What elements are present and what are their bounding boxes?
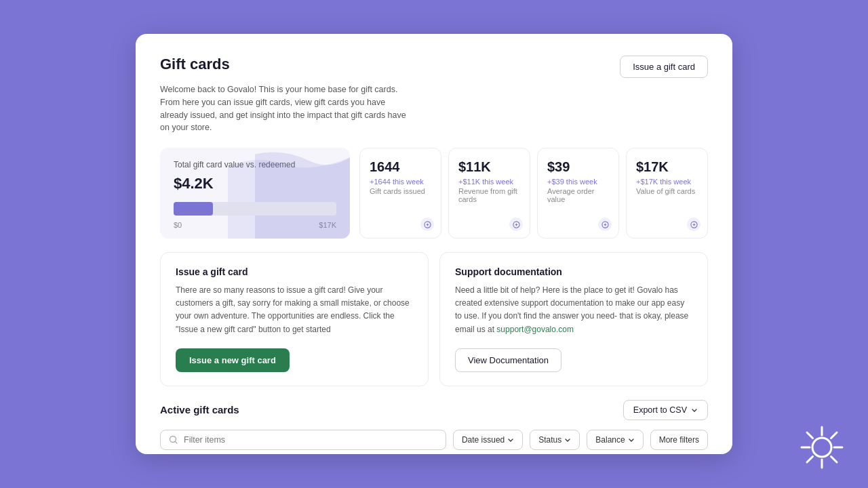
chart-labels: $0 $17K (174, 221, 336, 229)
balance-label: Balance (595, 435, 625, 445)
stat-main-0: 1644 (370, 159, 431, 175)
active-gift-cards-section: Active gift cards Export to CSV Date iss… (160, 400, 708, 454)
main-card: Gift cards Issue a gift card Welcome bac… (136, 34, 732, 454)
issue-card: Issue a gift card There are so many reas… (160, 252, 429, 386)
stat-main-2: $39 (547, 159, 609, 175)
issue-new-gift-card-button[interactable]: Issue a new gift card (176, 348, 290, 372)
stat-card-avg-order: $39 +$39 this week Average order value (537, 148, 619, 239)
stat-change-2: +$39 this week (547, 178, 609, 186)
active-header: Active gift cards Export to CSV (160, 400, 708, 420)
view-documentation-button[interactable]: View Documentation (455, 348, 561, 372)
balance-filter[interactable]: Balance (587, 430, 643, 450)
chart-value: $4.2K (174, 175, 336, 192)
issue-card-title: Issue a gift card (176, 266, 413, 277)
stat-change-3: +$17K this week (636, 178, 698, 186)
stat-card-revenue: $11K +$11K this week Revenue from gift c… (448, 148, 530, 239)
stat-label-3: Value of gift cards (636, 187, 698, 195)
status-label: Status (538, 435, 561, 445)
stat-main-1: $11K (458, 159, 520, 175)
issue-card-description: There are so many reasons to issue a gif… (176, 284, 413, 336)
stat-icon-1 (509, 218, 523, 231)
stat-label-1: Revenue from gift cards (458, 187, 520, 203)
svg-point-5 (812, 438, 831, 457)
chart-min-label: $0 (174, 221, 182, 229)
stat-card-issued: 1644 +1644 this week Gift cards issued (359, 148, 441, 239)
status-filter[interactable]: Status (530, 430, 580, 450)
stat-icon-0 (420, 218, 434, 231)
more-filters-label: More filters (659, 435, 699, 445)
stat-cards: 1644 +1644 this week Gift cards issued $… (359, 148, 708, 239)
stat-icon-3 (687, 218, 701, 231)
stat-main-3: $17K (636, 159, 698, 175)
svg-line-11 (831, 457, 837, 463)
stat-change-0: +1644 this week (370, 178, 431, 186)
more-filters-button[interactable]: More filters (650, 430, 708, 450)
chevron-down-icon (691, 407, 698, 413)
search-filter-row: Date issued Status Balance More filters (160, 430, 708, 450)
search-box[interactable] (160, 430, 446, 450)
search-icon (169, 435, 178, 445)
chart-card: Total gift card value vs. redeemed $4.2K… (160, 148, 350, 239)
chart-title: Total gift card value vs. redeemed (174, 160, 336, 169)
header-row: Gift cards Issue a gift card (160, 56, 708, 78)
date-issued-filter[interactable]: Date issued (453, 430, 523, 450)
export-csv-button[interactable]: Export to CSV (623, 400, 708, 420)
date-issued-label: Date issued (462, 435, 505, 445)
stat-icon-2 (598, 218, 612, 231)
page-title: Gift cards (160, 56, 230, 73)
stat-change-1: +$11K this week (458, 178, 520, 186)
support-card: Support documentation Need a little bit … (439, 252, 708, 386)
support-card-title: Support documentation (455, 266, 692, 277)
issue-gift-card-header-button[interactable]: Issue a gift card (620, 56, 708, 78)
chevron-down-icon (564, 436, 571, 443)
chevron-down-icon (628, 436, 635, 443)
chart-bar-background (174, 202, 336, 216)
export-csv-label: Export to CSV (633, 405, 687, 415)
stat-label-2: Average order value (547, 187, 609, 203)
support-card-description: Need a little bit of help? Here is the p… (455, 284, 692, 336)
page-description: Welcome back to Govalo! This is your hom… (160, 83, 411, 134)
stat-label-0: Gift cards issued (370, 187, 431, 195)
chevron-down-icon (507, 436, 514, 443)
logo-icon (800, 426, 844, 469)
stat-card-value: $17K +$17K this week Value of gift cards (626, 148, 708, 239)
svg-line-13 (807, 457, 813, 463)
stats-section: Total gift card value vs. redeemed $4.2K… (160, 148, 708, 239)
govalo-logo (800, 426, 844, 469)
svg-line-10 (807, 432, 813, 439)
chart-bar-fill (174, 202, 213, 216)
bottom-cards: Issue a gift card There are so many reas… (160, 252, 708, 386)
active-title: Active gift cards (160, 404, 239, 415)
search-input[interactable] (184, 435, 437, 445)
chart-max-label: $17K (319, 221, 336, 229)
svg-line-12 (831, 432, 837, 439)
support-email-link[interactable]: support@govalo.com (496, 325, 574, 334)
